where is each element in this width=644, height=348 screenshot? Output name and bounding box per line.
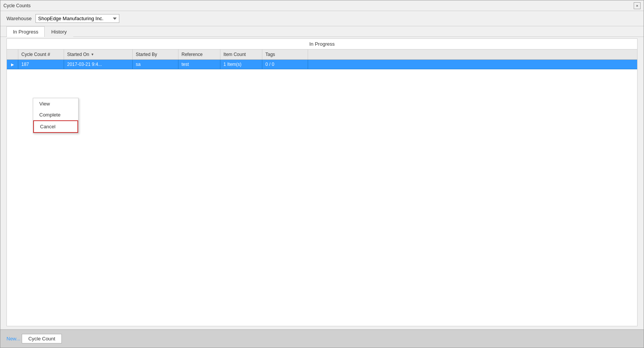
cell-item-count: 1 Item(s) — [220, 60, 262, 69]
col-item-count: Item Count — [220, 49, 262, 59]
warehouse-label: Warehouse — [6, 16, 32, 21]
main-window: Cycle Counts × Warehouse ShopEdge Manufa… — [0, 0, 644, 348]
cell-started-by: sa — [133, 60, 178, 69]
col-cycle-count-num: Cycle Count # — [18, 49, 64, 59]
cell-tags: 0 / 0 — [262, 60, 308, 69]
context-menu-complete[interactable]: Complete — [33, 109, 78, 120]
toolbar: Warehouse ShopEdge Manufacturing Inc. — [0, 11, 644, 26]
tab-in-progress[interactable]: In Progress — [6, 26, 45, 37]
new-label: New... — [6, 336, 20, 342]
section-header: In Progress — [7, 39, 637, 49]
footer: New... Cycle Count — [0, 329, 644, 348]
context-menu-cancel[interactable]: Cancel — [33, 120, 78, 133]
cell-started-on: 2017-03-21 9:4... — [64, 60, 133, 69]
col-reference: Reference — [178, 49, 220, 59]
sort-icon: ▼ — [91, 53, 94, 56]
content-area: In Progress Cycle Count # Started On ▼ S… — [6, 38, 638, 326]
row-expand-icon[interactable]: ▶ — [7, 60, 18, 69]
warehouse-select[interactable]: ShopEdge Manufacturing Inc. — [35, 14, 119, 23]
col-started-on: Started On ▼ — [64, 49, 133, 59]
cell-cycle-count-num: 187 — [18, 60, 64, 69]
cell-reference: test — [178, 60, 220, 69]
col-expand — [7, 49, 18, 59]
col-tags: Tags — [262, 49, 308, 59]
cycle-count-button[interactable]: Cycle Count — [22, 334, 62, 343]
grid-header: Cycle Count # Started On ▼ Started By Re… — [7, 49, 637, 60]
tabs-bar: In Progress History — [0, 26, 644, 37]
table-row[interactable]: ▶ 187 2017-03-21 9:4... sa test 1 Item(s… — [7, 60, 637, 69]
window-title: Cycle Counts — [3, 3, 31, 8]
col-started-by: Started By — [133, 49, 178, 59]
tab-history[interactable]: History — [45, 26, 73, 37]
title-bar: Cycle Counts × — [0, 0, 644, 11]
close-button[interactable]: × — [634, 2, 641, 9]
context-menu: View Complete Cancel — [33, 98, 79, 133]
context-menu-view[interactable]: View — [33, 98, 78, 109]
